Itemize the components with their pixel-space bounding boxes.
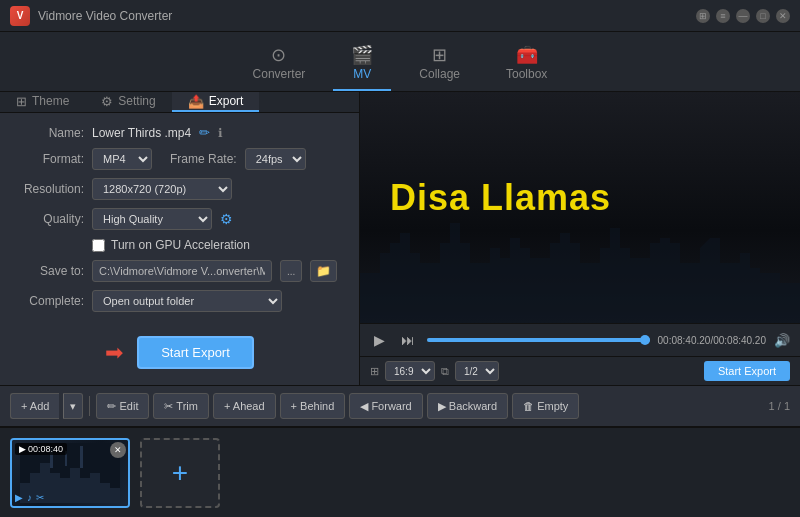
sub-tab-export-label: Export (209, 94, 244, 108)
clip-audio-icon[interactable]: ♪ (27, 492, 32, 503)
quality-label: Quality: (14, 212, 84, 226)
clip-close-button[interactable]: ✕ (110, 442, 126, 458)
titlebar-left: V Vidmore Video Converter (10, 6, 172, 26)
start-export-button[interactable]: Start Export (137, 336, 254, 369)
nav-tabs: ⊙ Converter 🎬 MV ⊞ Collage 🧰 Toolbox (0, 32, 800, 92)
toolbox-icon: 🧰 (516, 46, 538, 64)
progress-fill (427, 338, 650, 342)
menu-button[interactable]: ≡ (716, 9, 730, 23)
arrow-right-icon: ➡ (105, 340, 123, 366)
page-icon: ⧉ (441, 365, 449, 378)
clip-controls: ▶ ♪ ✂ (15, 492, 44, 503)
grid-button[interactable]: ⊞ (696, 9, 710, 23)
sub-tab-export[interactable]: 📤 Export (172, 92, 260, 112)
add-button[interactable]: + Add (10, 393, 59, 419)
sub-tab-theme[interactable]: ⊞ Theme (0, 92, 85, 112)
right-panel: Disa Llamas ▶ ⏭ 00:08:40.20/00:08:40.20 … (360, 92, 800, 385)
export-icon: 📤 (188, 94, 204, 109)
resolution-label: Resolution: (14, 182, 84, 196)
clip-duration: ▶ 00:08:40 (15, 443, 67, 455)
sub-tabs: ⊞ Theme ⚙ Setting 📤 Export (0, 92, 359, 113)
video-controls2: ⊞ 16:94:31:1 ⧉ 1/21/12/2 Start Export (360, 356, 800, 385)
save-to-input[interactable] (92, 260, 272, 282)
tab-toolbox[interactable]: 🧰 Toolbox (488, 40, 565, 91)
add-dropdown-button[interactable]: ▾ (63, 393, 83, 419)
time-display: 00:08:40.20/00:08:40.20 (658, 335, 766, 346)
empty-button[interactable]: 🗑 Empty (512, 393, 579, 419)
trim-button[interactable]: ✂ Trim (153, 393, 208, 419)
save-to-row: Save to: ... 📁 (14, 260, 345, 282)
clip-play-icon[interactable]: ▶ (15, 492, 23, 503)
gpu-row: Turn on GPU Acceleration (14, 238, 345, 252)
tab-converter[interactable]: ⊙ Converter (235, 40, 324, 91)
ahead-button[interactable]: + Ahead (213, 393, 276, 419)
tab-converter-label: Converter (253, 67, 306, 81)
tab-collage-label: Collage (419, 67, 460, 81)
start-export-button2[interactable]: Start Export (704, 361, 790, 381)
frame-rate-label: Frame Rate: (170, 152, 237, 166)
minimize-button[interactable]: — (736, 9, 750, 23)
complete-select[interactable]: Open output folderDo nothingShut down (92, 290, 282, 312)
gpu-checkbox-row: Turn on GPU Acceleration (92, 238, 250, 252)
name-edit-icon[interactable]: ✏ (199, 125, 210, 140)
edit-button[interactable]: ✏ Edit (96, 393, 149, 419)
titlebar-controls: ⊞ ≡ — □ ✕ (696, 9, 790, 23)
quality-gear-icon[interactable]: ⚙ (220, 211, 233, 227)
export-btn-area: ➡ Start Export (0, 324, 359, 385)
tab-toolbox-label: Toolbox (506, 67, 547, 81)
timeline: ▶ 00:08:40 ✕ ▶ ♪ ✂ + (0, 427, 800, 517)
behind-button[interactable]: + Behind (280, 393, 346, 419)
format-row: Format: MP4AVIMOVMKV Frame Rate: 24fps30… (14, 148, 345, 170)
left-panel: ⊞ Theme ⚙ Setting 📤 Export Name: Lower T… (0, 92, 360, 385)
converter-icon: ⊙ (271, 46, 286, 64)
vc2-left: ⊞ 16:94:31:1 ⧉ 1/21/12/2 (370, 361, 499, 381)
open-folder-button[interactable]: 📁 (310, 260, 337, 282)
bottom-toolbar: + Add ▾ ✏ Edit ✂ Trim + Ahead + Behind ◀… (0, 385, 800, 427)
quality-select[interactable]: High QualityMedium QualityLow Quality (92, 208, 212, 230)
app-icon: V (10, 6, 30, 26)
progress-thumb (640, 335, 650, 345)
page-count: 1 / 1 (769, 400, 790, 412)
export-settings: Name: Lower Thirds .mp4 ✏ ℹ Format: MP4A… (0, 113, 359, 324)
svg-rect-3 (80, 446, 83, 468)
name-row: Name: Lower Thirds .mp4 ✏ ℹ (14, 125, 345, 140)
name-label: Name: (14, 126, 84, 140)
format-label: Format: (14, 152, 84, 166)
forward-button[interactable]: ◀ Forward (349, 393, 422, 419)
page-select[interactable]: 1/21/12/2 (455, 361, 499, 381)
complete-row: Complete: Open output folderDo nothingSh… (14, 290, 345, 312)
clip-duration-icon: ▶ (19, 444, 26, 454)
app-title: Vidmore Video Converter (38, 9, 172, 23)
backward-button[interactable]: ▶ Backward (427, 393, 508, 419)
resolution-row: Resolution: 1280x720 (720p)1920x1080 (10… (14, 178, 345, 200)
titlebar: V Vidmore Video Converter ⊞ ≡ — □ ✕ (0, 0, 800, 32)
aspect-icon: ⊞ (370, 365, 379, 378)
progress-bar[interactable] (427, 338, 650, 342)
sub-tab-setting[interactable]: ⚙ Setting (85, 92, 171, 112)
name-value: Lower Thirds .mp4 (92, 126, 191, 140)
resolution-select[interactable]: 1280x720 (720p)1920x1080 (1080p) (92, 178, 232, 200)
add-clip-button[interactable]: + (140, 438, 220, 508)
frame-rate-select[interactable]: 24fps30fps60fps (245, 148, 306, 170)
close-button[interactable]: ✕ (776, 9, 790, 23)
volume-icon[interactable]: 🔊 (774, 333, 790, 348)
play-button[interactable]: ▶ (370, 330, 389, 350)
video-controls: ▶ ⏭ 00:08:40.20/00:08:40.20 🔊 (360, 323, 800, 356)
tab-collage[interactable]: ⊞ Collage (401, 40, 478, 91)
sub-tab-setting-label: Setting (118, 94, 155, 108)
browse-dots-button[interactable]: ... (280, 260, 302, 282)
step-forward-button[interactable]: ⏭ (397, 330, 419, 350)
format-select[interactable]: MP4AVIMOVMKV (92, 148, 152, 170)
gpu-checkbox[interactable] (92, 239, 105, 252)
collage-icon: ⊞ (432, 46, 447, 64)
toolbar-sep1 (89, 396, 90, 416)
save-to-label: Save to: (14, 264, 84, 278)
ratio-select[interactable]: 16:94:31:1 (385, 361, 435, 381)
complete-label: Complete: (14, 294, 84, 308)
theme-icon: ⊞ (16, 94, 27, 109)
video-preview: Disa Llamas (360, 92, 800, 323)
tab-mv[interactable]: 🎬 MV (333, 40, 391, 91)
maximize-button[interactable]: □ (756, 9, 770, 23)
clip-trim-icon[interactable]: ✂ (36, 492, 44, 503)
timeline-clip[interactable]: ▶ 00:08:40 ✕ ▶ ♪ ✂ (10, 438, 130, 508)
